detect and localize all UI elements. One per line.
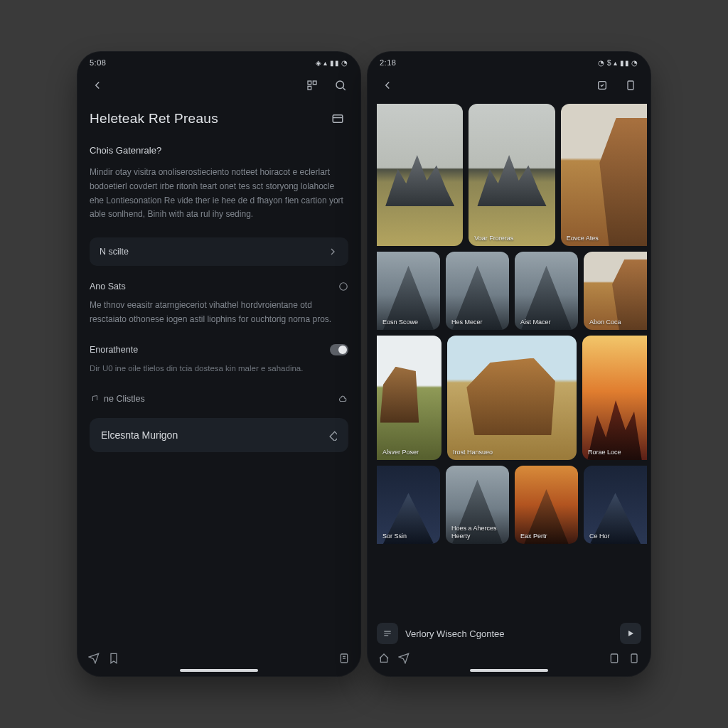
status-indicators: ◔ $ ▴ ▮▮ ◔ xyxy=(598,59,638,67)
option-card[interactable]: N scilte xyxy=(90,237,348,266)
card-icon[interactable] xyxy=(327,108,348,129)
section-paragraph: Mindir otay visitra onoliserostieciento … xyxy=(90,166,348,222)
toggle-label: Enorathente xyxy=(90,345,138,355)
nav-library-icon[interactable] xyxy=(604,648,624,668)
search-icon[interactable] xyxy=(330,75,351,96)
tile-label: Aist Macer xyxy=(520,318,551,326)
gallery-tile[interactable]: Eosn Scowe xyxy=(377,252,440,330)
svg-marker-18 xyxy=(628,631,633,636)
status-bar: 2:18 ◔ $ ▴ ▮▮ ◔ xyxy=(367,51,651,70)
home-indicator[interactable] xyxy=(470,669,548,672)
status-time: 5:08 xyxy=(90,58,106,67)
phone-left: 5:08 ◈ ▴ ▮▮ ◔ Heleteak Ret Preaus Chois … xyxy=(77,51,361,677)
svg-point-3 xyxy=(336,81,344,89)
tile-label: Alsver Poser xyxy=(382,449,419,456)
play-icon[interactable] xyxy=(620,623,641,644)
grid-icon[interactable] xyxy=(301,75,323,96)
gallery-tile[interactable]: Rorae Loce xyxy=(582,336,647,460)
section-body: Me thnov eeasitr atarngieceriot vihathel… xyxy=(90,299,348,327)
toggle-switch[interactable] xyxy=(330,344,348,355)
gallery-tile[interactable]: Hes Mecer xyxy=(446,252,509,330)
chevron-icon xyxy=(327,246,338,257)
tile-label: Voar Froreras xyxy=(474,235,513,242)
section-subtitle: Chois Gatenrale? xyxy=(90,145,348,156)
nav-bookmark-icon[interactable] xyxy=(104,648,124,668)
app-bar xyxy=(367,70,651,101)
tile-label: Eosn Scowe xyxy=(382,318,418,326)
share-icon[interactable] xyxy=(592,75,613,96)
nav-bar xyxy=(367,644,651,677)
note-icon xyxy=(90,395,98,403)
option-card-label: N scilte xyxy=(100,247,129,257)
gallery-tile[interactable]: Eovce Ates xyxy=(561,104,647,246)
svg-rect-8 xyxy=(330,432,337,441)
svg-rect-1 xyxy=(313,81,316,85)
tile-label: Hoes a Aherces Heerty xyxy=(451,525,509,540)
svg-rect-21 xyxy=(631,654,637,663)
tile-label: Sor Ssin xyxy=(382,532,407,540)
nav-send-icon[interactable] xyxy=(84,648,104,668)
svg-rect-5 xyxy=(333,115,343,123)
cloud-icon xyxy=(336,394,348,404)
playlist-icon xyxy=(377,623,398,644)
gallery-tile[interactable]: Hoes a Aherces Heerty xyxy=(446,466,509,544)
svg-line-4 xyxy=(343,87,345,90)
thin-row-label: ne Clistles xyxy=(104,394,145,404)
tile-label: Ce Hor xyxy=(589,532,610,540)
svg-rect-20 xyxy=(611,654,617,663)
svg-point-7 xyxy=(340,283,348,291)
nav-bar xyxy=(77,644,361,677)
gallery-tile[interactable] xyxy=(377,104,463,246)
gallery-tile[interactable]: Abon Coca xyxy=(584,252,647,330)
now-playing-label: Verlory Wisech Cgontee xyxy=(405,628,613,639)
tile-label: Eax Pertr xyxy=(520,532,547,540)
gallery-tile[interactable]: Eax Pertr xyxy=(515,466,578,544)
back-button[interactable] xyxy=(377,75,398,96)
nav-send-icon[interactable] xyxy=(394,648,414,668)
gallery-tile[interactable]: Voar Froreras xyxy=(469,104,555,246)
nav-doc-icon[interactable] xyxy=(334,648,354,668)
svg-marker-19 xyxy=(399,653,408,663)
nav-profile-icon[interactable] xyxy=(624,648,644,668)
tile-label: Abon Coca xyxy=(589,318,621,326)
svg-rect-14 xyxy=(628,81,633,90)
now-playing-bar[interactable]: Verlory Wisech Cgontee xyxy=(377,623,641,644)
back-button[interactable] xyxy=(87,75,108,96)
status-time: 2:18 xyxy=(380,58,396,67)
info-icon xyxy=(338,282,348,291)
section-label: Ano Sats xyxy=(90,282,348,291)
status-indicators: ◈ ▴ ▮▮ ◔ xyxy=(316,59,348,67)
tile-label: Rorae Loce xyxy=(588,449,621,456)
nav-home-icon[interactable] xyxy=(374,648,394,668)
status-bar: 5:08 ◈ ▴ ▮▮ ◔ xyxy=(77,51,361,70)
diamond-icon xyxy=(326,429,337,441)
gallery-tile[interactable]: Aist Macer xyxy=(515,252,578,330)
phone-right: 2:18 ◔ $ ▴ ▮▮ ◔ Voar Froreras Eovce Ates… xyxy=(367,51,651,677)
tile-label: Hes Mecer xyxy=(451,318,483,326)
gallery-tile[interactable]: Alsver Poser xyxy=(377,336,441,460)
home-indicator[interactable] xyxy=(180,669,258,672)
svg-marker-9 xyxy=(89,653,98,663)
gallery-tile[interactable]: Sor Ssin xyxy=(377,466,440,544)
primary-action[interactable]: Elcesnta Murigon xyxy=(90,418,348,452)
primary-action-label: Elcesnta Murigon xyxy=(101,429,178,441)
page-title: Heleteak Ret Preaus xyxy=(90,111,218,127)
svg-rect-0 xyxy=(308,81,311,85)
gallery-tile[interactable]: Ce Hor xyxy=(584,466,647,544)
toggle-hint: Dir U0 ine oile tlielos din tcia dostesa… xyxy=(90,363,348,375)
menu-icon[interactable] xyxy=(620,75,641,96)
gallery-tile-featured[interactable]: Irost Hansueo xyxy=(447,336,577,460)
svg-rect-2 xyxy=(308,86,311,90)
tile-label: Irost Hansueo xyxy=(453,449,493,456)
tile-label: Eovce Ates xyxy=(567,235,599,242)
app-bar xyxy=(77,70,361,101)
